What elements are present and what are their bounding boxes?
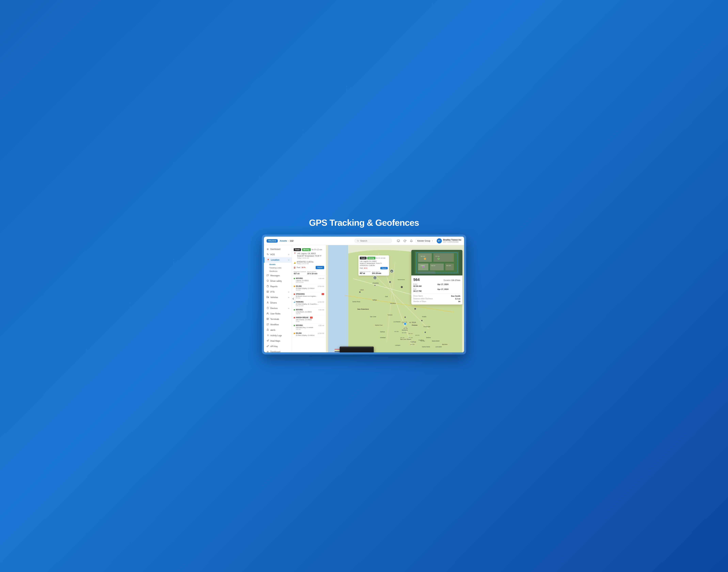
logo[interactable]: TRUCKX (267, 239, 278, 242)
dot-moving2 (294, 309, 295, 310)
sidebar-item-hos[interactable]: HOS + (264, 252, 292, 257)
devices-plus-icon[interactable]: + (288, 307, 289, 310)
user-info: BT Bradley Transo Inc DOT #12343352866 (437, 238, 461, 243)
svg-text:Porterville: Porterville (424, 326, 430, 328)
sidebar-item-api-key[interactable]: API Key (264, 344, 292, 349)
sidebar-label-driver-safety: Driver safety (270, 280, 282, 282)
sidebar-item-messages[interactable]: Messages (264, 273, 292, 278)
sidebar-sub-assets[interactable]: Assets (264, 263, 292, 266)
user-dot: DOT #12343352866 (443, 241, 461, 243)
location-icon: 📍 (267, 259, 270, 261)
svg-line-1 (358, 241, 359, 241)
bell-icon[interactable] (409, 238, 414, 243)
sidebar-sub-tracking[interactable]: Tracking Links (264, 266, 292, 270)
act-header: SPEEDING ⚠ (294, 293, 324, 295)
driver-name-val: Dan Smith (451, 295, 460, 297)
act-header: IDLING 12:54 AM (294, 285, 324, 287)
svg-rect-2 (397, 240, 399, 241)
sidebar-item-dashboard2[interactable]: ⊞ Dashboard (264, 349, 292, 352)
report-button[interactable]: Report (316, 266, 324, 269)
vc-duration: for 3 h 12 min (376, 257, 385, 259)
sidebar-item-vehicles[interactable]: Vehicles + (264, 295, 292, 300)
sidebar-item-reports[interactable]: Reports (264, 284, 292, 289)
hos-plus-icon[interactable]: + (288, 253, 289, 256)
list-item[interactable]: MOVING 8:30 AM Laguna, CA 90815 8 hr 23 … (292, 277, 326, 284)
vc-report-btn[interactable]: Report (380, 267, 388, 269)
hardware-container: TRUCKX ▶ (340, 346, 374, 352)
svg-text:▲: ▲ (405, 324, 406, 325)
sidebar-item-dashboard[interactable]: ⊞ Dashboard (264, 246, 292, 252)
speeding-badge: ⚠ (321, 293, 324, 295)
act-type: MOVING (296, 309, 303, 311)
drivers-icon (266, 301, 269, 304)
sidebar-item-user-roles[interactable]: User Roles (264, 311, 292, 316)
vehicles-plus-icon[interactable]: + (288, 296, 289, 299)
kessler-dropdown[interactable]: Kessler Group (416, 239, 435, 243)
sidebar: ⊞ Dashboard HOS + 📍 Location − Assets Tr… (264, 245, 292, 352)
list-item[interactable]: IDLING 12:54 AM 20 West Shipley, CA 9501… (292, 284, 326, 292)
act-type: MOVING (296, 325, 303, 326)
svg-text:553 3FX: 553 3FX (415, 335, 420, 336)
svg-point-10 (267, 298, 267, 298)
list-item[interactable]: MOVING 8:30 AM Long Beach, CA 90815 132 … (292, 308, 326, 315)
svg-rect-8 (267, 296, 268, 298)
act-header: HARSH BREAK ⚠ (294, 317, 324, 318)
act-dur: 39 sec (294, 297, 324, 299)
hours-stat: Hours Driven 10 h 19 min (307, 271, 317, 275)
svg-marker-9 (268, 297, 269, 297)
sidebar-label-heat-maps: Heat Maps (270, 340, 280, 342)
geofence-duration-val: 13h 27min (451, 279, 460, 281)
location-minus-icon: − (288, 259, 289, 261)
act-header: MOVING 8:30 AM (294, 278, 324, 279)
sidebar-item-driver-safety[interactable]: Driver safety (264, 278, 292, 284)
sidebar-item-ifta[interactable]: IFTA + (264, 289, 292, 295)
search-bar[interactable] (355, 238, 392, 243)
svg-point-38 (401, 286, 403, 288)
api-key-icon (266, 345, 269, 348)
svg-text:San Luis Obispo: San Luis Obispo (400, 339, 411, 340)
svg-text:723 3DW: 723 3DW (420, 341, 425, 342)
list-item[interactable]: SPEEDING ⚠ 56 Beach Street Los Angeles..… (292, 292, 326, 300)
sidebar-sub-geofence[interactable]: Geofence (264, 270, 292, 273)
monitor-icon[interactable] (396, 238, 401, 243)
vc-location: I-40, Laguna, CA, 90815 (360, 261, 388, 262)
act-type: IDLING (296, 332, 302, 334)
sidebar-item-drivers[interactable]: Drivers (264, 300, 292, 305)
sidebar-label-workflow: Workflow (270, 324, 279, 326)
act-loc: Long Beach, CA 90815 (294, 311, 324, 313)
sidebar-item-alerts[interactable]: alerts (264, 328, 292, 333)
sidebar-label-user-roles: User Roles (270, 312, 280, 315)
fuel-percentage: 34 % (301, 267, 305, 269)
sidebar-label-reports: Reports (270, 285, 278, 288)
sidebar-item-terminals[interactable]: Terminals (264, 316, 292, 322)
sidebar-label-location: Location (271, 259, 279, 261)
list-item[interactable]: IDLING 12:54 AM 20 West Shipley, CA 9501… (292, 331, 326, 338)
sidebar-label-terminals: Terminals (270, 318, 279, 320)
act-loc: 20 West Shipley, St. Cupertino,... (294, 303, 324, 305)
sidebar-item-activity-logs[interactable]: Activity Logs (264, 333, 292, 338)
search-input[interactable] (360, 239, 389, 242)
avatar: BT (437, 238, 442, 243)
svg-text:San Jose: San Jose (370, 316, 376, 317)
refresh-icon[interactable] (403, 238, 407, 243)
svg-text:Clearlake: Clearlake (372, 282, 379, 284)
distance-stat: Distance Covered 457 mi (294, 271, 306, 275)
vehicle-info: 📍 I-40, Laguna, CA, 90815 Smart AT Tempe… (292, 252, 326, 260)
sidebar-item-location[interactable]: 📍 Location − (264, 257, 292, 263)
sidebar-item-workflow[interactable]: Workflow (264, 322, 292, 328)
svg-rect-5 (267, 291, 269, 293)
svg-point-42 (421, 320, 423, 321)
list-item[interactable]: PARKING 12:54 AM 20 West Shipley, St. Cu… (292, 300, 326, 308)
dot-idling (294, 286, 295, 287)
ifta-plus-icon[interactable]: + (288, 291, 289, 293)
list-item[interactable]: HARSH BREAK ⚠ San Antonio, CA 94952 9 se… (292, 315, 326, 324)
sidebar-item-heat-maps[interactable]: Heat Maps (264, 338, 292, 344)
act-loc: 20 West Shipley, CA 95014 (294, 288, 324, 289)
sidebar-item-devices[interactable]: Devices + (264, 305, 292, 311)
expand-panel-button[interactable] (292, 295, 295, 302)
list-item[interactable]: MOVING 8:30 AM Discovery Bay, CA 94505 1… (292, 324, 326, 331)
vehicle-status-row: Truck Moving for 3 h 12 min (292, 247, 326, 252)
svg-text:Visalia: Visalia (422, 316, 426, 317)
entry-row: Entry 02:50 AM (413, 283, 436, 287)
breadcrumb-assets[interactable]: Assets (280, 239, 287, 242)
